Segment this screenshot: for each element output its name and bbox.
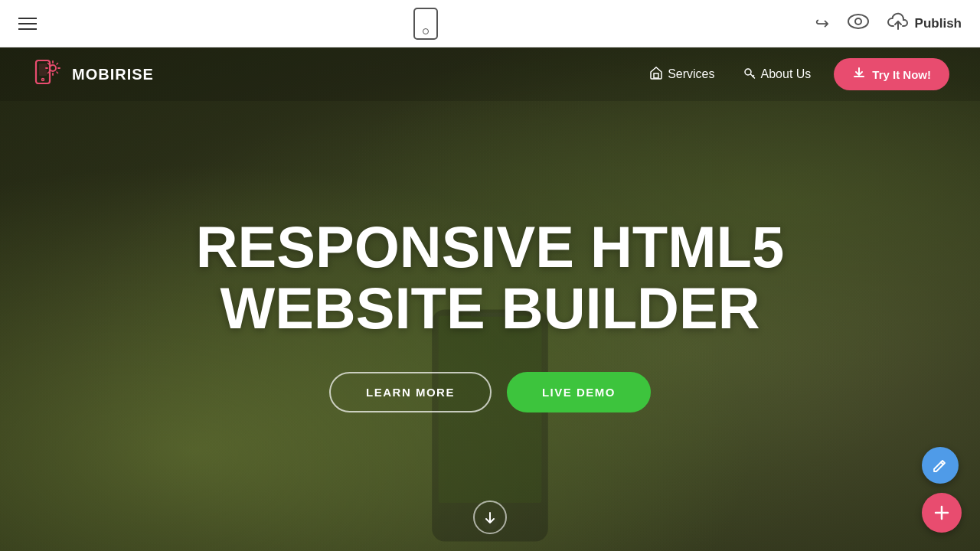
cloud-upload-icon bbox=[887, 12, 909, 35]
live-demo-button[interactable]: LIVE DEMO bbox=[507, 372, 651, 412]
svg-line-15 bbox=[48, 64, 50, 65]
about-label: About Us bbox=[761, 67, 812, 81]
publish-label: Publish bbox=[915, 16, 962, 31]
nav-links: Services About Us bbox=[639, 58, 949, 90]
download-icon bbox=[852, 66, 866, 83]
hamburger-icon[interactable] bbox=[18, 18, 37, 30]
key-icon bbox=[743, 66, 756, 83]
site-wrapper: MOBIRISE Services bbox=[0, 47, 980, 551]
editor-bar-center bbox=[413, 8, 438, 40]
try-now-button[interactable]: Try It Now! bbox=[834, 58, 949, 90]
hero-title-line1: RESPONSIVE HTML5 bbox=[196, 214, 785, 279]
learn-more-button[interactable]: LEARN MORE bbox=[329, 372, 492, 412]
add-fab-button[interactable] bbox=[922, 493, 962, 533]
site-logo[interactable]: MOBIRISE bbox=[31, 57, 154, 91]
home-icon bbox=[649, 66, 663, 83]
nav-about[interactable]: About Us bbox=[732, 61, 822, 88]
undo-icon[interactable]: ↩ bbox=[815, 14, 829, 34]
svg-point-1 bbox=[855, 18, 861, 24]
svg-point-9 bbox=[42, 79, 44, 81]
svg-line-18 bbox=[48, 72, 50, 73]
scroll-down bbox=[473, 500, 507, 534]
svg-rect-19 bbox=[654, 73, 658, 78]
fab-container bbox=[922, 447, 962, 533]
edit-fab-button[interactable] bbox=[922, 447, 959, 484]
hero-title: RESPONSIVE HTML5 WEBSITE BUILDER bbox=[196, 217, 785, 339]
preview-icon[interactable] bbox=[848, 14, 869, 33]
site-nav: MOBIRISE Services bbox=[0, 47, 980, 101]
hero-buttons: LEARN MORE LIVE DEMO bbox=[196, 372, 785, 412]
svg-rect-8 bbox=[39, 64, 47, 76]
svg-point-0 bbox=[848, 15, 868, 28]
editor-bar-left bbox=[18, 18, 37, 30]
svg-line-16 bbox=[57, 72, 58, 73]
mobile-preview-icon[interactable] bbox=[413, 8, 438, 40]
hero-content: RESPONSIVE HTML5 WEBSITE BUILDER LEARN M… bbox=[196, 217, 785, 413]
logo-icon bbox=[31, 57, 64, 91]
logo-text: MOBIRISE bbox=[72, 66, 154, 83]
svg-point-10 bbox=[50, 65, 56, 71]
editor-bar-right: ↩ Publish bbox=[815, 12, 962, 35]
scroll-down-button[interactable] bbox=[473, 500, 507, 534]
nav-services[interactable]: Services bbox=[639, 61, 725, 88]
publish-button[interactable]: Publish bbox=[887, 12, 962, 35]
services-label: Services bbox=[668, 67, 714, 81]
svg-line-17 bbox=[57, 64, 58, 65]
hero-title-line2: WEBSITE BUILDER bbox=[220, 276, 760, 341]
editor-bar: ↩ Publish bbox=[0, 0, 980, 47]
try-label: Try It Now! bbox=[872, 68, 931, 81]
hero-section: MOBIRISE Services bbox=[0, 47, 980, 551]
